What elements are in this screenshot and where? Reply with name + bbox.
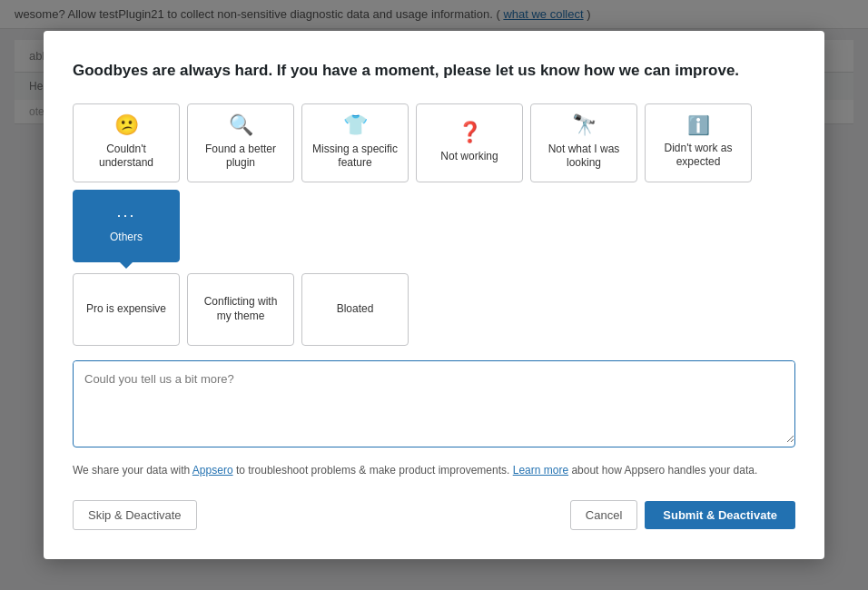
reason-conflicting-theme[interactable]: Conflicting with my theme	[187, 273, 294, 346]
reason-couldnt-understand[interactable]: 😕 Couldn't understand	[73, 103, 180, 182]
privacy-text-1: We share your data with	[73, 464, 192, 477]
feedback-textarea-wrapper	[73, 360, 795, 447]
privacy-text-2: to troubleshoot problems & make product …	[233, 464, 513, 477]
page-background: wesome? Allow testPlugin21 to collect no…	[0, 0, 868, 590]
bloated-label: Bloated	[337, 302, 374, 317]
reason-grid-row2: Pro is expensive Conflicting with my the…	[73, 273, 795, 346]
privacy-notice: We share your data with Appsero to troub…	[73, 462, 795, 478]
reason-not-working[interactable]: ❓ Not working	[416, 103, 523, 182]
missing-feature-label: Missing a specific feature	[311, 143, 399, 171]
footer-right-buttons: Cancel Submit & Deactivate	[570, 500, 795, 530]
modal-footer: Skip & Deactivate Cancel Submit & Deacti…	[73, 500, 795, 530]
submit-deactivate-button[interactable]: Submit & Deactivate	[645, 501, 795, 529]
not-what-looking-label: Not what I was looking	[540, 143, 627, 171]
conflicting-theme-label: Conflicting with my theme	[197, 295, 284, 323]
others-icon: ···	[116, 207, 135, 223]
reason-bloated[interactable]: Bloated	[301, 273, 409, 346]
reason-missing-feature[interactable]: 👕 Missing a specific feature	[301, 103, 409, 182]
reason-didnt-work-expected[interactable]: ℹ️ Didn't work as expected	[645, 103, 752, 182]
feedback-textarea[interactable]	[74, 361, 794, 443]
privacy-text-3: about how Appsero handles your data.	[568, 464, 757, 477]
appsero-link[interactable]: Appsero	[192, 464, 233, 477]
didnt-work-icon: ℹ️	[687, 116, 710, 134]
modal-title: Goodbyes are always hard. If you have a …	[73, 60, 795, 82]
not-working-label: Not working	[440, 150, 498, 164]
found-better-plugin-label: Found a better plugin	[197, 143, 284, 171]
cancel-button[interactable]: Cancel	[570, 500, 637, 530]
found-better-plugin-icon: 🔍	[229, 115, 253, 135]
reason-pro-expensive[interactable]: Pro is expensive	[73, 273, 180, 346]
reason-not-what-looking[interactable]: 🔭 Not what I was looking	[530, 103, 637, 182]
not-what-looking-icon: 🔭	[572, 115, 597, 135]
deactivate-modal: Goodbyes are always hard. If you have a …	[44, 31, 824, 559]
didnt-work-label: Didn't work as expected	[655, 142, 742, 170]
others-label: Others	[110, 231, 143, 245]
learn-more-link[interactable]: Learn more	[513, 464, 568, 477]
reason-found-better-plugin[interactable]: 🔍 Found a better plugin	[187, 103, 294, 182]
reason-others[interactable]: ··· Others	[73, 190, 180, 262]
reason-grid-row1: 😕 Couldn't understand 🔍 Found a better p…	[73, 103, 795, 262]
pro-expensive-label: Pro is expensive	[86, 302, 166, 317]
not-working-icon: ❓	[458, 123, 482, 143]
couldnt-understand-label: Couldn't understand	[83, 143, 170, 171]
missing-feature-icon: 👕	[343, 115, 368, 135]
modal-overlay: Goodbyes are always hard. If you have a …	[0, 0, 868, 590]
skip-deactivate-button[interactable]: Skip & Deactivate	[73, 500, 197, 530]
couldnt-understand-icon: 😕	[114, 115, 139, 135]
